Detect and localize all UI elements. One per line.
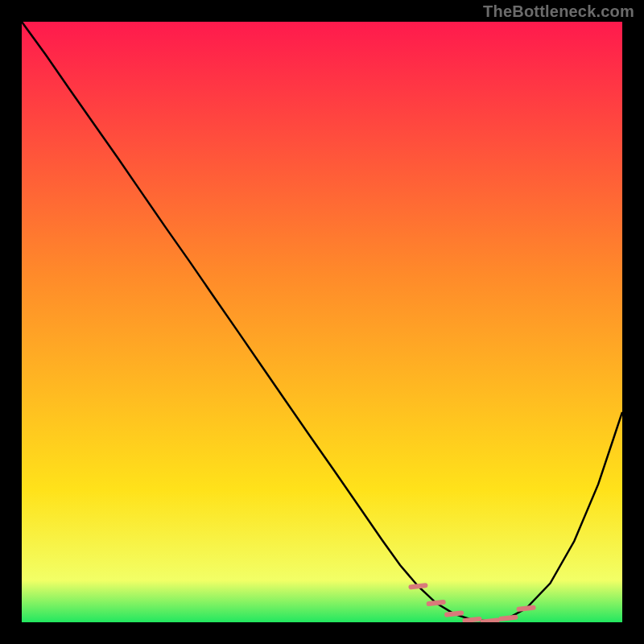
highlight-tick bbox=[465, 619, 480, 621]
gradient-background bbox=[22, 22, 622, 622]
chart-svg bbox=[22, 22, 622, 622]
highlight-tick bbox=[429, 602, 444, 604]
highlight-tick bbox=[411, 585, 425, 587]
highlight-tick bbox=[519, 608, 534, 609]
chart-frame: TheBottleneck.com bbox=[0, 0, 644, 644]
plot-area bbox=[22, 22, 622, 622]
highlight-tick bbox=[501, 617, 515, 619]
highlight-tick bbox=[483, 621, 497, 622]
attribution-label: TheBottleneck.com bbox=[483, 2, 634, 21]
highlight-tick bbox=[447, 613, 461, 615]
